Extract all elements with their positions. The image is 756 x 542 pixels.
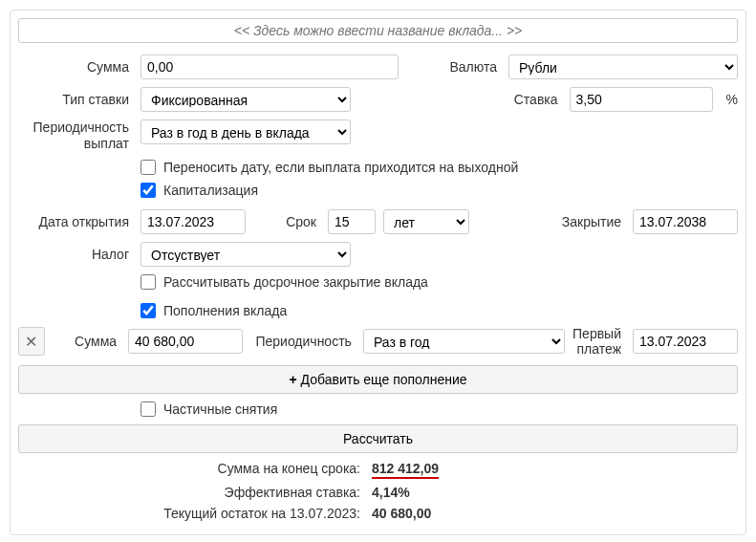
capitalization-label: Капитализация — [163, 183, 258, 198]
first-payment-label: Первый платеж — [572, 326, 625, 358]
refills-checkbox[interactable] — [140, 303, 156, 318]
close-icon: ✕ — [25, 333, 37, 351]
end-amount-value: 812 412,09 — [372, 461, 439, 479]
rate-label: Ставка — [505, 92, 562, 107]
remove-refill-button[interactable]: ✕ — [18, 327, 45, 356]
currency-label: Валюта — [443, 59, 501, 75]
refills-label: Пополнения вклада — [163, 303, 287, 318]
refill-amount-label: Сумма — [53, 334, 121, 349]
amount-label: Сумма — [18, 59, 133, 75]
refill-freq-label: Периодичность — [250, 334, 356, 349]
close-date-input[interactable] — [633, 209, 738, 234]
amount-input[interactable] — [140, 54, 399, 79]
term-input[interactable] — [328, 209, 376, 234]
payout-freq-select[interactable]: Раз в год в день в вклада — [140, 119, 351, 144]
tax-select[interactable]: Отсуствует — [140, 242, 351, 267]
term-unit-select[interactable]: лет — [383, 209, 469, 234]
open-date-label: Дата открытия — [18, 214, 133, 229]
rate-pct-sign: % — [726, 92, 738, 107]
withdrawals-checkbox[interactable] — [140, 401, 156, 417]
current-balance-label: Текущий остаток на 13.07.2023: — [18, 506, 372, 521]
deposit-form: Сумма Валюта Рубли Тип ставки Фиксирован… — [10, 10, 746, 535]
plus-icon: + — [289, 372, 296, 387]
tax-label: Налог — [18, 247, 133, 262]
refill-amount-input[interactable] — [128, 329, 243, 354]
current-balance-value: 40 680,00 — [372, 506, 431, 521]
payout-freq-label: Периодичность выплат — [18, 119, 133, 152]
calculate-button[interactable]: Рассчитать — [18, 424, 738, 453]
early-close-checkbox[interactable] — [140, 274, 156, 290]
add-refill-button[interactable]: +Добавить еще пополнение — [18, 365, 738, 394]
eff-rate-label: Эффективная ставка: — [18, 485, 372, 500]
refill-freq-select[interactable]: Раз в год — [363, 329, 565, 354]
open-date-input[interactable] — [140, 209, 246, 234]
deposit-title-input[interactable] — [18, 18, 738, 43]
withdrawals-label: Частичные снятия — [163, 401, 277, 417]
currency-select[interactable]: Рубли — [508, 54, 738, 79]
rate-type-select[interactable]: Фиксированная — [140, 87, 351, 112]
eff-rate-value: 4,14% — [372, 485, 410, 500]
close-date-label: Закрытие — [549, 214, 625, 229]
early-close-label: Рассчитывать досрочное закрытие вклада — [163, 274, 428, 290]
add-refill-label: Добавить еще пополнение — [301, 372, 467, 387]
move-date-label: Переносить дату, если выплата приходится… — [163, 160, 518, 175]
rate-input[interactable] — [570, 87, 713, 112]
capitalization-checkbox[interactable] — [140, 183, 156, 198]
move-date-checkbox[interactable] — [140, 160, 156, 175]
end-amount-label: Сумма на конец срока: — [18, 461, 372, 476]
first-payment-input[interactable] — [633, 329, 738, 354]
term-label: Срок — [272, 214, 320, 229]
rate-type-label: Тип ставки — [18, 92, 133, 107]
